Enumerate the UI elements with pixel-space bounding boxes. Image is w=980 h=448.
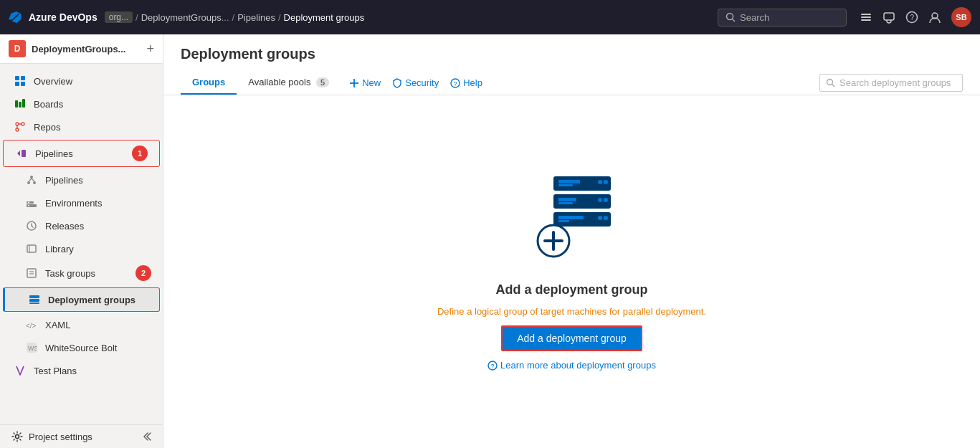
breadcrumb-sep3: / [278,12,281,23]
svg-text:</>: </> [26,322,37,330]
sidebar-item-test-plans[interactable]: Test Plans [0,359,163,382]
task-groups-badge: 2 [135,265,151,281]
page-title: Deployment groups [181,46,963,62]
environments-icon [25,196,38,209]
global-search-box[interactable]: Search [718,9,847,27]
releases-icon [25,219,38,232]
svg-line-25 [29,178,32,181]
sidebar-item-label-deployment-groups: Deployment groups [48,295,135,305]
add-org-button[interactable]: + [146,42,154,57]
sidebar: D DeploymentGroups... + Overview Boards [0,34,163,448]
svg-text:WS: WS [28,345,37,352]
chevron-left-icon[interactable] [141,432,151,442]
svg-rect-56 [558,198,576,201]
add-deployment-group-button[interactable]: Add a deployment group [501,325,642,351]
svg-point-53 [598,180,602,184]
svg-line-1 [733,19,736,22]
sidebar-item-label-test-plans: Test Plans [34,366,77,376]
help-button[interactable]: ? Help [450,72,482,94]
breadcrumb-sep1: / [135,12,138,23]
svg-rect-15 [22,99,25,108]
sidebar-item-label-pipelines: Pipelines [35,148,73,159]
tab-groups[interactable]: Groups [181,71,237,95]
svg-point-59 [604,198,608,202]
settings-icon [11,431,23,442]
svg-point-24 [33,181,36,184]
sidebar-item-label-task-groups: Task groups [45,268,95,279]
sidebar-item-task-groups[interactable]: Task groups 2 [0,260,163,286]
security-button[interactable]: Security [392,72,439,94]
svg-point-17 [16,128,19,131]
svg-rect-61 [558,216,584,219]
svg-point-28 [28,205,29,206]
deployment-search-placeholder: Search deployment groups [839,77,951,88]
available-pools-badge: 5 [316,77,329,87]
tab-actions: New Security ? Help [349,72,482,94]
page-header: Deployment groups Groups Available pools… [163,34,980,95]
task-groups-icon [25,267,38,280]
notifications-icon[interactable] [883,11,895,24]
project-settings-link[interactable]: Project settings [11,431,92,442]
sidebar-item-overview[interactable]: Overview [0,70,163,92]
user-icon[interactable] [928,11,941,24]
sidebar-item-xaml[interactable]: </> XAML [0,313,163,336]
overview-icon [14,75,27,87]
tab-available-pools[interactable]: Available pools 5 [237,71,341,95]
sidebar-nav: Overview Boards Repos [0,64,163,424]
svg-rect-37 [29,295,39,298]
svg-text:?: ? [491,363,495,370]
learn-more-label: Learn more about deployment groups [500,360,656,371]
new-button[interactable]: New [349,72,381,94]
breadcrumb-org[interactable]: org... [105,11,133,23]
deployment-groups-icon [28,293,41,306]
svg-text:?: ? [910,14,915,22]
breadcrumb-project[interactable]: DeploymentGroups... [141,12,229,23]
xaml-icon: </> [25,318,38,331]
svg-rect-29 [27,201,34,204]
server-illustration [514,173,629,268]
svg-rect-14 [19,102,22,108]
sidebar-item-whitesource[interactable]: WS WhiteSource Bolt [0,336,163,359]
sidebar-item-boards[interactable]: Boards [0,92,163,115]
svg-point-23 [27,181,30,184]
sidebar-item-releases[interactable]: Releases [0,214,163,237]
azure-devops-logo[interactable]: Azure DevOps [9,10,97,24]
list-icon[interactable] [860,11,872,24]
sidebar-item-deployment-groups[interactable]: Deployment groups [3,287,160,312]
sidebar-item-environments[interactable]: Environments [0,191,163,214]
sidebar-item-library[interactable]: Library [0,237,163,260]
sidebar-item-pipelines-parent[interactable]: Pipelines 1 [3,140,160,167]
pipelines-badge: 1 [132,146,148,161]
svg-rect-52 [558,184,573,186]
logo-text: Azure DevOps [29,11,97,23]
sidebar-item-repos[interactable]: Repos [0,115,163,138]
help-icon-topbar[interactable]: ? [905,11,918,24]
tab-available-pools-label: Available pools [248,77,310,87]
svg-point-58 [598,198,602,202]
topbar: Azure DevOps org... / DeploymentGroups..… [0,0,980,34]
sidebar-item-label-boards: Boards [34,99,63,110]
tab-groups-label: Groups [192,77,225,87]
search-icon [726,12,736,22]
svg-point-0 [727,14,733,20]
sidebar-org-header: D DeploymentGroups... + [0,34,163,64]
svg-point-43 [16,435,19,439]
svg-point-30 [28,202,29,204]
project-settings-label: Project settings [29,432,92,442]
svg-rect-9 [15,76,19,80]
svg-rect-34 [27,269,36,277]
org-name: DeploymentGroups... [32,44,125,54]
test-plans-icon [14,364,27,377]
sidebar-item-label-library: Library [45,244,74,254]
deployment-groups-search[interactable]: Search deployment groups [819,74,963,92]
svg-rect-62 [558,220,569,222]
sidebar-footer: Project settings [0,424,163,448]
sidebar-item-pipelines-sub[interactable]: Pipelines [0,168,163,191]
empty-state-subtitle: Define a logical group of target machine… [437,306,706,317]
breadcrumb-pipelines[interactable]: Pipelines [237,12,275,23]
learn-more-link[interactable]: ? Learn more about deployment groups [487,360,656,371]
user-avatar[interactable]: SB [951,7,971,27]
plus-icon [349,78,359,88]
pipelines-sub-icon [25,173,38,186]
sidebar-item-label-pipelines-sub: Pipelines [45,175,83,186]
